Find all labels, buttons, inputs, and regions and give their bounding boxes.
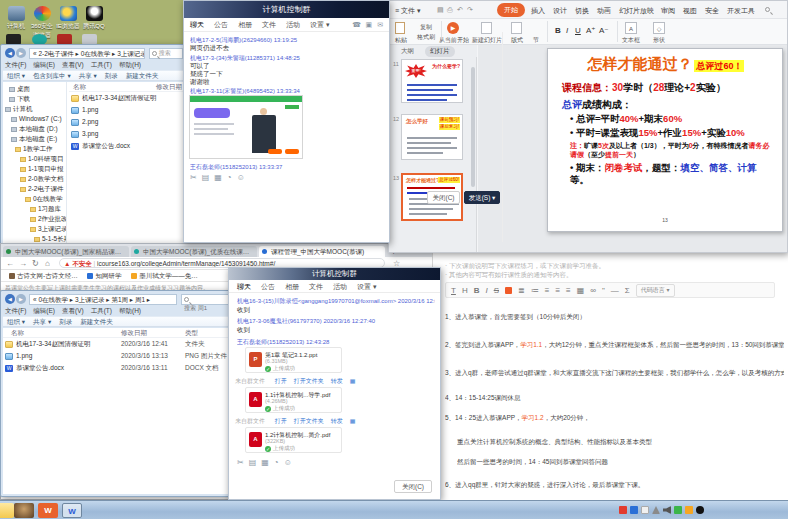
tree-item[interactable]: 2-0教学文档 bbox=[3, 174, 66, 184]
column-type[interactable]: 类型 bbox=[185, 328, 198, 338]
tab-settings[interactable]: 设置 ▾ bbox=[310, 21, 329, 28]
tree-item[interactable]: 1教学工作 bbox=[3, 144, 66, 154]
desktop-icon-ie[interactable]: IE浏览器 bbox=[55, 6, 81, 31]
burn-button[interactable]: 刻录 bbox=[105, 72, 118, 79]
print-icon[interactable]: ⎙ bbox=[447, 6, 453, 14]
message-username[interactable]: 机电17-3-06魔鬼社(961797370) 2020/3/16 12:27:… bbox=[237, 317, 435, 326]
desktop-icon-qq[interactable]: 腾讯QQ bbox=[81, 6, 107, 31]
format-painter-button[interactable]: 格式刷 bbox=[415, 33, 437, 42]
tab-review[interactable]: 审阅 bbox=[661, 6, 675, 16]
align-right-icon[interactable]: ≡ bbox=[566, 286, 571, 295]
forward-button[interactable]: ▶ bbox=[16, 294, 26, 304]
menu-help[interactable]: 帮助(H) bbox=[119, 307, 141, 314]
tab-activity[interactable]: 活动 bbox=[333, 283, 347, 290]
screenshot-icon[interactable]: ✂ bbox=[237, 458, 249, 467]
bookmark-item[interactable]: 知网研学 bbox=[95, 272, 121, 279]
tab-announcement[interactable]: 公告 bbox=[261, 283, 275, 290]
new-slide-icon[interactable] bbox=[481, 22, 492, 34]
file-message-card[interactable]: A 1.1计算机控制...导学.pdf (4.26MB) ✓上传成功 bbox=[245, 387, 342, 413]
home-icon[interactable]: ⌂ bbox=[45, 259, 56, 268]
menu-edit[interactable]: 编辑(E) bbox=[33, 307, 55, 314]
code-language-dropdown[interactable]: 代码语言 ▾ bbox=[636, 284, 675, 297]
textbox-icon[interactable]: A bbox=[625, 22, 637, 34]
open-link[interactable]: 打开 bbox=[275, 378, 287, 384]
current-slide[interactable]: 怎样才能通过？ 总评过60！ 课程信息：30学时（28理论+2实验） 总评成绩构… bbox=[547, 48, 783, 232]
tree-item[interactable]: 2作业批改 bbox=[3, 214, 66, 224]
bold-icon[interactable]: B bbox=[474, 286, 480, 295]
taskbar-wps-icon[interactable]: W bbox=[38, 503, 58, 518]
italic-icon[interactable]: I bbox=[566, 26, 568, 35]
new-slide-label[interactable]: 新建幻灯片 bbox=[470, 36, 504, 45]
tab-settings[interactable]: 设置 ▾ bbox=[357, 283, 376, 290]
tray-icon[interactable] bbox=[641, 506, 649, 514]
menu-view[interactable]: 查看(V) bbox=[62, 61, 84, 68]
emoji-icon[interactable]: ☺ bbox=[237, 173, 250, 182]
file-menu[interactable]: ≡ 文件 ▾ bbox=[395, 6, 421, 16]
outline-tab[interactable]: 大纲 bbox=[401, 47, 414, 56]
file-row[interactable]: 2.png bbox=[69, 116, 183, 128]
slides-tab[interactable]: 幻灯片 bbox=[425, 46, 455, 57]
menu-view[interactable]: 查看(V) bbox=[62, 307, 84, 314]
menu-tools[interactable]: 工具(T) bbox=[91, 61, 112, 68]
tab-home[interactable]: 开始 bbox=[497, 3, 525, 17]
forward-link[interactable]: 转发 bbox=[331, 378, 343, 384]
font-shrink-icon[interactable]: A⁻ bbox=[599, 26, 609, 35]
plan-item-continuation[interactable]: 重点关注计算机控制系统的概念、典型结构、性能指标以及基本类型 bbox=[457, 438, 784, 447]
copy-button[interactable]: 复制 bbox=[415, 23, 437, 32]
folder-icon[interactable]: ▤ bbox=[202, 173, 215, 182]
message-username[interactable]: 王石磊老师(1518252013) 13:33:37 bbox=[190, 163, 318, 172]
insert-link-icon[interactable]: ∞ bbox=[590, 286, 596, 295]
plan-item[interactable]: 2、签完到进入慕课APP，学习1.1，大约12分钟，重点关注课程框架体系，然后留… bbox=[445, 341, 784, 350]
tab-chat[interactable]: 聊天 bbox=[190, 21, 204, 28]
organize-button[interactable]: 组织 ▾ bbox=[7, 72, 25, 79]
column-date[interactable]: 修改日期 bbox=[156, 83, 182, 90]
file-message-card[interactable]: P 第1章 笔记3.1.2.ppt (6.31MB) ✓上传成功 bbox=[245, 347, 342, 373]
open-link[interactable]: 打开 bbox=[275, 418, 287, 424]
search-box[interactable]: 搜索 bbox=[149, 48, 183, 59]
tree-item[interactable]: 本地磁盘 (E:) bbox=[3, 134, 66, 144]
format-clear-icon[interactable]: T bbox=[451, 286, 456, 295]
tree-item[interactable]: 0在线教学 bbox=[3, 194, 66, 204]
browser-tab-active[interactable]: 课程管理_中国大学MOOC(慕课) bbox=[259, 246, 385, 257]
unordered-list-icon[interactable]: ≔ bbox=[531, 286, 539, 295]
plan-item[interactable]: 5、14：25进入慕课APP，学习1.2，大约20分钟， bbox=[445, 414, 784, 423]
bookmark-item[interactable]: 墨川轼文学——免… bbox=[139, 272, 198, 279]
tray-icon[interactable] bbox=[619, 506, 627, 514]
message-username[interactable]: 机电16-3-(15)川陈录恒<ganggang19970701@foxmail… bbox=[237, 297, 435, 306]
message-username[interactable]: 王石磊老师(1518252013) 12:43:28 bbox=[237, 338, 435, 347]
ordered-list-icon[interactable]: ≣ bbox=[518, 286, 525, 295]
heading-icon[interactable]: H bbox=[462, 286, 468, 295]
tree-item[interactable]: Windows7 (C:) bbox=[3, 114, 66, 124]
italic-icon[interactable]: I bbox=[485, 286, 487, 295]
tree-item[interactable]: 本地磁盘 (D:) bbox=[3, 124, 66, 134]
image-icon[interactable]: ▦ bbox=[214, 173, 227, 182]
image-icon[interactable]: ▦ bbox=[261, 458, 274, 467]
menu-edit[interactable]: 编辑(E) bbox=[33, 61, 55, 68]
open-folder-link[interactable]: 打开文件夹 bbox=[294, 378, 324, 384]
tray-icon[interactable] bbox=[674, 506, 682, 514]
file-row[interactable]: 3.png bbox=[69, 128, 183, 140]
back-button[interactable]: ◀ bbox=[5, 294, 15, 304]
shake-icon[interactable]: ◔ bbox=[227, 173, 237, 182]
shape-label[interactable]: 形状 bbox=[647, 36, 671, 45]
forward-link[interactable]: 转发 bbox=[331, 418, 343, 424]
tab-animation[interactable]: 动画 bbox=[597, 6, 611, 16]
tab-transition[interactable]: 切换 bbox=[575, 6, 589, 16]
more-icon[interactable]: ▦ bbox=[350, 378, 356, 384]
mail-icon[interactable]: ✉ bbox=[377, 21, 383, 29]
tab-album[interactable]: 相册 bbox=[285, 283, 299, 290]
align-left-icon[interactable]: ≡ bbox=[545, 286, 550, 295]
plan-item[interactable]: 4、14：15-14:25课间休息 bbox=[445, 394, 784, 403]
tree-item[interactable]: 计算机 bbox=[3, 104, 66, 114]
menu-file[interactable]: 文件(F) bbox=[5, 61, 26, 68]
organize-button[interactable]: 组织 ▾ bbox=[7, 318, 25, 325]
tab-insert[interactable]: 插入 bbox=[531, 6, 545, 16]
layout-icon[interactable] bbox=[511, 22, 522, 34]
shape-icon[interactable]: ◇ bbox=[653, 22, 665, 34]
save-icon[interactable]: ▤ bbox=[437, 6, 444, 14]
thumbnail-scrollbar[interactable] bbox=[471, 67, 475, 187]
font-grow-icon[interactable]: A⁺ bbox=[586, 26, 596, 35]
menu-tools[interactable]: 工具(T) bbox=[91, 307, 112, 314]
taskbar-folder-icon[interactable] bbox=[0, 503, 14, 518]
plan-item[interactable]: 3、进入q群，老师尝试通过q群课堂，和大家直播交流下这门课程的主要框架，我们都学… bbox=[445, 369, 784, 378]
